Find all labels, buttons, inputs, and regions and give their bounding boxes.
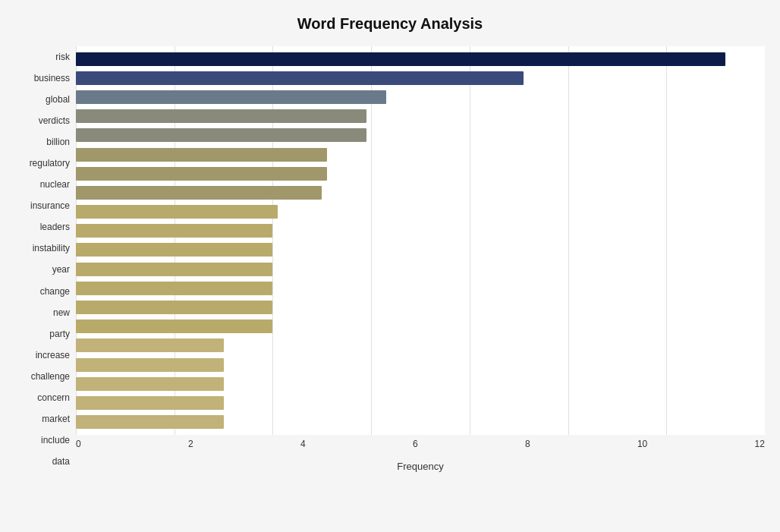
x-label-6: 6: [413, 439, 418, 449]
y-label-risk: risk: [55, 52, 70, 61]
bar-global: [76, 90, 386, 104]
bar-row-global: [76, 89, 765, 105]
x-axis: 024681012: [76, 435, 765, 458]
y-label-nuclear: nuclear: [40, 180, 70, 189]
y-label-change: change: [40, 287, 70, 296]
bar-party: [76, 301, 272, 314]
x-label-2: 2: [188, 439, 193, 449]
bar-increase: [76, 320, 272, 333]
y-label-instability: instability: [33, 244, 70, 253]
bar-row-business: [76, 70, 765, 87]
y-label-global: global: [46, 95, 70, 104]
y-label-data: data: [52, 457, 70, 466]
y-label-leaders: leaders: [40, 222, 70, 231]
y-label-increase: increase: [36, 351, 70, 360]
y-label-challenge: challenge: [31, 372, 70, 381]
x-axis-labels: 024681012: [76, 435, 765, 449]
chart-area: riskbusinessglobalverdictsbillionregulat…: [15, 46, 765, 472]
chart-title: Word Frequency Analysis: [15, 15, 765, 33]
bar-row-market: [76, 376, 765, 392]
y-label-party: party: [49, 329, 70, 338]
x-label-10: 10: [637, 439, 647, 449]
bar-row-include: [76, 395, 765, 411]
chart-container: Word Frequency Analysis riskbusinessglob…: [0, 0, 780, 532]
bar-row-insurance: [76, 184, 765, 201]
x-label-8: 8: [525, 439, 530, 449]
bars-and-xaxis: 024681012 Frequency: [76, 46, 765, 472]
bar-challenge: [76, 338, 224, 352]
x-label-12: 12: [755, 439, 765, 449]
bar-row-challenge: [76, 337, 765, 354]
bar-insurance: [76, 186, 322, 200]
bar-row-regulatory: [76, 146, 765, 163]
x-axis-title: Frequency: [76, 461, 765, 472]
bar-leaders: [76, 205, 278, 219]
bar-row-data: [76, 414, 765, 430]
bar-row-risk: [76, 51, 765, 68]
y-label-new: new: [53, 308, 70, 317]
bar-row-change: [76, 261, 765, 278]
bar-row-concern: [76, 357, 765, 373]
bar-row-increase: [76, 318, 765, 335]
y-label-billion: billion: [46, 137, 70, 146]
bar-data: [76, 415, 224, 429]
bar-row-leaders: [76, 203, 765, 220]
bar-regulatory: [76, 148, 327, 162]
y-label-business: business: [34, 74, 70, 83]
bar-row-party: [76, 299, 765, 316]
bar-new: [76, 282, 272, 295]
y-label-year: year: [52, 265, 70, 274]
bar-change: [76, 263, 272, 276]
y-axis-labels: riskbusinessglobalverdictsbillionregulat…: [15, 46, 76, 472]
bars-wrapper: [76, 46, 765, 435]
bar-row-billion: [76, 127, 765, 143]
bar-market: [76, 377, 224, 391]
bar-row-nuclear: [76, 165, 765, 182]
y-label-market: market: [42, 414, 70, 423]
y-label-regulatory: regulatory: [30, 159, 70, 168]
bar-instability: [76, 224, 272, 238]
bar-row-year: [76, 241, 765, 258]
bar-row-instability: [76, 222, 765, 239]
y-label-verdicts: verdicts: [39, 116, 70, 125]
bar-risk: [76, 52, 725, 66]
bar-business: [76, 71, 524, 85]
bar-row-new: [76, 280, 765, 297]
bar-verdicts: [76, 109, 366, 123]
bar-year: [76, 243, 272, 257]
y-label-concern: concern: [37, 393, 70, 402]
y-label-include: include: [41, 436, 70, 445]
bar-row-verdicts: [76, 108, 765, 124]
x-label-0: 0: [76, 439, 81, 449]
bars-section: [76, 46, 765, 435]
y-label-insurance: insurance: [30, 201, 70, 210]
bar-concern: [76, 358, 224, 372]
bar-billion: [76, 128, 366, 142]
bar-nuclear: [76, 167, 327, 181]
x-label-4: 4: [300, 439, 306, 449]
bar-include: [76, 396, 224, 410]
